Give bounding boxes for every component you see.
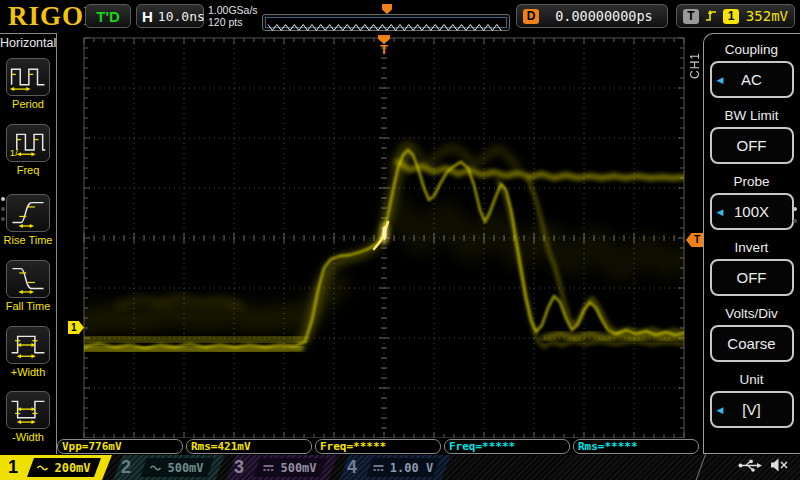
unit-button[interactable]: ◀ [V] xyxy=(710,391,794,428)
horizontal-scale-box: H 10.0ns xyxy=(136,4,204,28)
ac-coupling-icon xyxy=(37,464,48,472)
horizontal-scale-value: 10.0ns xyxy=(158,9,205,24)
freq-icon[interactable]: 1/ xyxy=(6,124,50,162)
page-dot xyxy=(793,219,797,223)
menu-unit: Unit ◀ [V] xyxy=(704,372,799,428)
channel4-status[interactable]: 4 1.00 V xyxy=(339,455,451,480)
menu-item-label: Period xyxy=(0,98,56,110)
menu-invert: Invert ◀ OFF xyxy=(704,240,799,296)
left-menu-page-dots xyxy=(1,197,5,221)
menu-item-label: Freq xyxy=(0,164,56,176)
top-status-bar: RIGOL T'D H 10.0ns 1.00GSa/s 120 pts D 0… xyxy=(0,0,800,33)
menu-item-fall-time[interactable]: Fall Time xyxy=(0,260,56,312)
waveform-trace-right-low-band xyxy=(545,334,684,338)
more-options-arrow-icon: ◀ xyxy=(717,75,724,85)
dc-coupling-icon xyxy=(373,464,384,472)
channel2-scale: 500mV xyxy=(140,458,214,477)
channel2-status[interactable]: 2 500mV xyxy=(113,455,225,480)
invert-button[interactable]: ◀ OFF xyxy=(710,259,794,296)
menu-item-label: +Width xyxy=(0,366,56,378)
plus-width-icon[interactable] xyxy=(6,326,50,364)
memory-depth-value: 120 pts xyxy=(208,16,258,28)
delay-badge: D xyxy=(523,9,539,24)
more-options-arrow-icon: ◀ xyxy=(717,405,724,415)
waveform-trace-baseline-haze xyxy=(84,338,300,341)
menu-bw-limit: BW Limit ◀ OFF xyxy=(704,108,799,164)
horizontal-label: H xyxy=(142,8,153,25)
measurement-vpp[interactable]: Vpp=776mV xyxy=(57,439,183,454)
waveform-trace-baseline-band xyxy=(84,348,300,350)
usb-icon xyxy=(738,459,762,472)
trigger-status-box: T'D xyxy=(85,4,131,28)
delay-value: 0.00000000ps xyxy=(555,8,653,24)
measurement-rms-ch2[interactable]: Rms=***** xyxy=(573,439,699,454)
channel1-status[interactable]: 1 200mV xyxy=(0,455,112,480)
bw-limit-button[interactable]: ◀ OFF xyxy=(710,127,794,164)
menu-item-minus-width[interactable]: -Width xyxy=(0,391,56,443)
menu-item-label: Rise Time xyxy=(0,234,56,246)
system-status-icons xyxy=(738,458,788,472)
right-menu-channel-label: CH1 xyxy=(688,52,702,79)
delay-box: D 0.00000000ps xyxy=(516,4,668,28)
svg-text:1/: 1/ xyxy=(10,147,18,158)
menu-coupling: Coupling ◀ AC xyxy=(704,42,799,98)
channel-status-bar: 1 200mV 2 500mV xyxy=(0,455,800,480)
sample-rate-value: 1.00GSa/s xyxy=(208,4,258,16)
trigger-settings-box: T 1 352mV xyxy=(676,4,795,28)
channel1-scale: 200mV xyxy=(27,458,101,477)
menu-item-rise-time[interactable]: Rise Time xyxy=(0,194,56,246)
memory-trigger-marker-icon xyxy=(382,4,392,14)
right-menu-panel: Coupling ◀ AC BW Limit ◀ OFF Probe ◀ 100… xyxy=(703,33,800,454)
volts-div-button[interactable]: ◀ Coarse xyxy=(710,325,794,362)
more-options-arrow-icon: ◀ xyxy=(717,207,724,217)
left-menu-title: Horizontal xyxy=(0,36,56,50)
page-dot xyxy=(1,217,5,221)
minus-width-icon[interactable] xyxy=(6,391,50,429)
measurement-bar: Vpp=776mV Rms=421mV Freq=***** Freq=****… xyxy=(57,439,706,454)
oscilloscope-screen: RIGOL T'D H 10.0ns 1.00GSa/s 120 pts D 0… xyxy=(0,0,800,480)
menu-item-plus-width[interactable]: +Width xyxy=(0,326,56,378)
graticule xyxy=(57,33,706,438)
menu-item-freq[interactable]: 1/ Freq xyxy=(0,124,56,176)
memory-waveform-bar xyxy=(262,14,510,31)
menu-probe: Probe ◀ 100X xyxy=(704,174,799,230)
ac-coupling-icon xyxy=(150,464,161,472)
fall-time-icon[interactable] xyxy=(6,260,50,298)
page-dot xyxy=(1,207,5,211)
status-bar-divider xyxy=(695,454,706,480)
waveform-trace-rise-haze xyxy=(300,152,408,344)
memory-waveform-window xyxy=(265,17,507,28)
menu-item-period[interactable]: Period xyxy=(0,58,56,110)
memory-waveform-icon xyxy=(266,21,506,32)
trigger-source-badge: 1 xyxy=(723,9,739,24)
period-icon[interactable] xyxy=(6,58,50,96)
channel3-scale: 500mV xyxy=(253,458,327,477)
channel3-status[interactable]: 3 500mV xyxy=(226,455,338,480)
probe-button[interactable]: ◀ 100X xyxy=(710,193,794,230)
right-menu-page-dots xyxy=(793,207,797,223)
trigger-level-value: 352mV xyxy=(746,8,788,24)
trigger-badge: T xyxy=(683,9,699,24)
sample-rate-block: 1.00GSa/s 120 pts xyxy=(208,4,258,28)
trigger-status-label: T'D xyxy=(96,8,120,25)
measurement-freq-ch1[interactable]: Freq=***** xyxy=(315,439,441,454)
waveform-trace-high-band xyxy=(398,162,684,178)
menu-volts-div: Volts/Div ◀ Coarse xyxy=(704,306,799,362)
channel4-scale: 1.00 V xyxy=(366,458,440,477)
sound-muted-icon xyxy=(770,458,788,472)
menu-item-label: Fall Time xyxy=(0,300,56,312)
measurement-freq-ch2[interactable]: Freq=***** xyxy=(444,439,570,454)
coupling-button[interactable]: ◀ AC xyxy=(710,61,794,98)
memory-zigzag xyxy=(268,25,501,31)
dc-coupling-icon xyxy=(263,464,274,472)
page-dot xyxy=(793,207,797,211)
rise-time-icon[interactable] xyxy=(6,194,50,232)
menu-item-label: -Width xyxy=(0,431,56,443)
left-menu-horizontal: Horizontal Period 1/ xyxy=(0,33,57,454)
trigger-hotspot xyxy=(382,226,386,240)
rising-edge-icon xyxy=(705,9,717,23)
waveform-display: T 1 T xyxy=(57,33,706,438)
measurement-rms-ch1[interactable]: Rms=421mV xyxy=(186,439,312,454)
page-dot xyxy=(1,197,5,201)
trigger-position-marker[interactable]: T xyxy=(377,35,391,55)
